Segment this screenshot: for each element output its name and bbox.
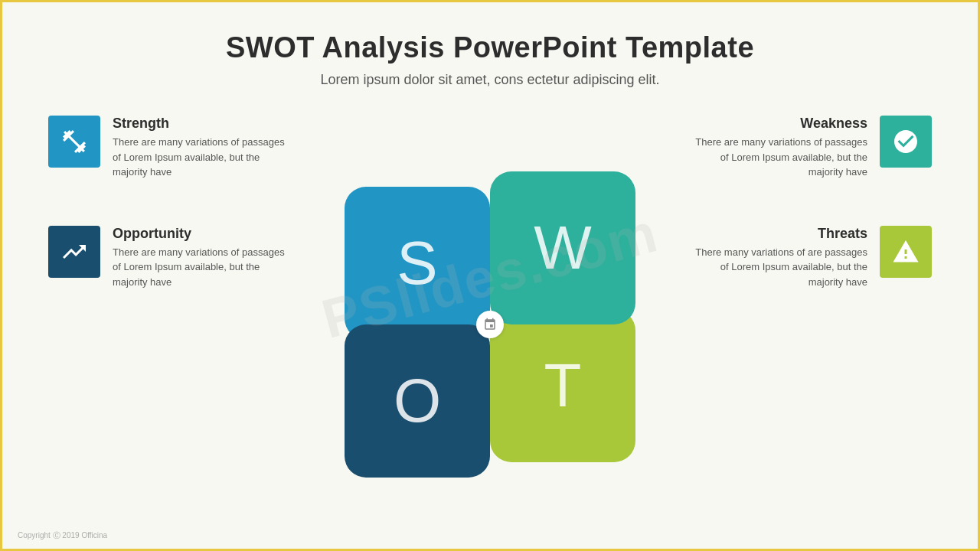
opportunity-label: Opportunity (113, 226, 286, 242)
weakness-icon-box (880, 116, 932, 168)
strength-label: Strength (113, 116, 286, 132)
strength-icon (60, 128, 88, 155)
opportunity-item: Opportunity There are many variations of… (48, 226, 286, 290)
quad-t: T (490, 309, 635, 462)
threats-icon (892, 238, 920, 266)
page-subtitle: Lorem ipsum dolor sit amet, cons ectetur… (226, 72, 754, 88)
swot-diagram: S W O T (345, 171, 635, 478)
right-items: Weakness There are many variations of pa… (694, 116, 932, 289)
strength-icon-box (48, 116, 100, 168)
footer-left: Copyright Ⓒ 2019 Officina (18, 530, 107, 541)
strength-description: There are many variations of passages of… (113, 135, 286, 180)
content-area: Strength There are many variations of pa… (2, 100, 978, 549)
weakness-item: Weakness There are many variations of pa… (694, 116, 932, 180)
slide: PSlides.com SWOT Analysis PowerPoint Tem… (2, 2, 978, 549)
quad-w: W (490, 171, 635, 324)
page-title: SWOT Analysis PowerPoint Template (226, 31, 754, 64)
opportunity-description: There are many variations of passages of… (113, 245, 286, 290)
opportunity-icon-box (48, 226, 100, 278)
footer: Copyright Ⓒ 2019 Officina (2, 530, 978, 541)
strength-text: Strength There are many variations of pa… (113, 116, 286, 180)
left-items: Strength There are many variations of pa… (48, 116, 286, 289)
weakness-icon (892, 128, 920, 155)
weakness-label: Weakness (694, 116, 867, 132)
threats-description: There many variations of are passages of… (694, 245, 867, 290)
threats-text: Threats There many variations of are pas… (694, 226, 867, 290)
weakness-text: Weakness There are many variations of pa… (694, 116, 867, 180)
strength-item: Strength There are many variations of pa… (48, 116, 286, 180)
center-icon (483, 318, 497, 331)
threats-item: Threats There many variations of are pas… (694, 226, 932, 290)
opportunity-text: Opportunity There are many variations of… (113, 226, 286, 290)
opportunity-icon (60, 238, 88, 266)
quad-s: S (345, 187, 490, 340)
threats-icon-box (880, 226, 932, 278)
quad-o: O (345, 324, 490, 478)
center-circle (476, 311, 504, 338)
header: SWOT Analysis PowerPoint Template Lorem … (226, 31, 754, 88)
weakness-description: There are many variations of passages of… (694, 135, 867, 180)
threats-label: Threats (694, 226, 867, 242)
